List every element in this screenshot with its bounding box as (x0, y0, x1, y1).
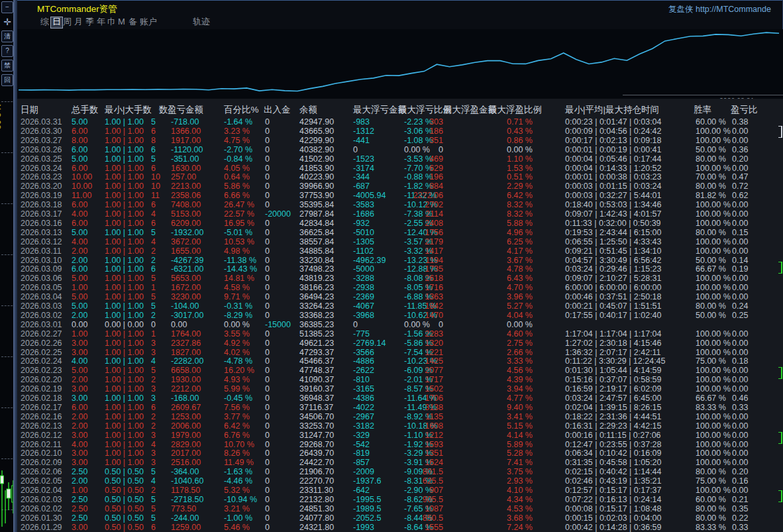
table-row[interactable]: 2026.03.022.001.00 | 1.002-3017.00-8.29 … (17, 311, 783, 321)
menu-item-7[interactable]: 巾 (106, 17, 117, 27)
table-row[interactable]: 2026.03.010.000.00 | 0.0000.000.00 %-150… (17, 321, 783, 330)
cell-总手数: 5.00 (72, 366, 87, 376)
table-row[interactable]: 2026.02.162.001.00 | 1.0021253.003.77 %0… (17, 413, 783, 422)
cell-余额: 35395.84 (299, 201, 334, 210)
brand-link[interactable]: 复盘侠 http://MTCommande (668, 4, 771, 15)
table-row[interactable]: 2026.03.2310.001.00 | 1.0010257.000.64 %… (17, 173, 783, 182)
table-row[interactable]: 2026.03.266.001.00 | 1.006-1120.00-2.70 … (17, 146, 783, 155)
table-row[interactable]: 2026.03.278.001.00 | 1.0081917.004.75 %0… (17, 136, 783, 146)
table-row[interactable]: 2026.03.051.001.00 | 1.0011672.004.58 %0… (17, 284, 783, 293)
table-row[interactable]: 2026.02.202.001.00 | 1.0021930.004.93 %0… (17, 376, 783, 385)
cell-数: 6 (151, 146, 156, 155)
table-row[interactable]: 2026.02.176.001.00 | 1.0062609.677.56 %0… (17, 403, 783, 413)
menu-item-9[interactable]: 备 (127, 17, 138, 27)
cell-最小|平均|最大持仓时间: 0:11:33 | 0:32:00 | 0:50:39 (565, 219, 661, 229)
cell-总手数: 2.00 (72, 247, 87, 256)
cell-盈亏比: 0.16 (732, 477, 748, 486)
table-row[interactable]: 2026.03.315.001.00 | 1.005-718.00-1.64 %… (17, 118, 783, 127)
cell-数: 5 (151, 505, 156, 514)
table-row[interactable]: 2026.02.093.001.00 | 1.0032516.0011.49 %… (17, 458, 783, 468)
table-row[interactable]: 2026.01.293.000.50 | 0.5061259.005.46 %0… (17, 523, 783, 532)
cell-出入金: 0 (265, 284, 270, 293)
table-row[interactable]: 2026.02.244.001.00 | 1.004-2282.00-4.78 … (17, 357, 783, 366)
table-row[interactable]: 2026.03.096.001.00 | 1.006-6321.00-14.43… (17, 265, 783, 274)
table-row[interactable]: 2026.03.124.001.00 | 1.0043672.0010.53 %… (17, 238, 783, 247)
restore-icon[interactable]: 回 (1, 74, 13, 86)
menu-item-10[interactable]: 账户 (138, 17, 158, 27)
table-row[interactable]: 2026.03.135.001.00 | 1.005-1932.00-5.01 … (17, 229, 783, 238)
table-row[interactable]: 2026.03.065.001.00 | 1.0055653.0014.81 %… (17, 274, 783, 284)
table-row[interactable]: 2026.02.041.000.50 | 0.5021178.505.32 %0… (17, 486, 783, 496)
table-row[interactable]: 2026.02.022.500.50 | 0.505773.503.21 %02… (17, 505, 783, 514)
menu-item-5[interactable]: 季 (84, 17, 95, 27)
table-row[interactable]: 2026.01.302.500.50 | 0.505-244.00-1.00 %… (17, 514, 783, 523)
disable-icon[interactable]: 禁 (1, 60, 13, 72)
cell-出入金: 0 (265, 182, 270, 191)
table-row[interactable]: 2026.03.035.001.00 | 1.005-104.00-0.31 %… (17, 302, 783, 311)
cell-总手数: 4.00 (72, 441, 87, 450)
cell-最大浮盈比例: 4.53 % (507, 505, 533, 514)
table-row[interactable]: 2026.03.102.001.00 | 1.002-4267.39-11.38… (17, 256, 783, 266)
cell-余额: 26439.70 (299, 449, 334, 458)
cell-百分比%: 4.75 % (224, 136, 250, 146)
table-row[interactable]: 2026.02.263.001.00 | 1.0032327.864.92 %0… (17, 339, 783, 348)
table-row[interactable]: 2026.03.255.001.00 | 1.005-351.00-0.84 %… (17, 155, 783, 164)
cell-胜率: 100.00 % (696, 413, 731, 422)
table-row[interactable]: 2026.02.052.000.50 | 0.504-1040.60-4.46 … (17, 477, 783, 486)
cell-最小|平均|最大持仓时间: 0:16:59 | 2:19:17 | 6:02:09 (565, 385, 662, 394)
cell-最大浮盈比例: 8.32 % (507, 201, 533, 210)
cell-盈亏金额: 2006.00 (171, 422, 201, 431)
table-row[interactable]: 2026.03.174.001.00 | 1.0045153.0022.57 %… (17, 210, 783, 219)
table-row[interactable]: 2026.02.271.001.00 | 1.0011764.003.55 %0… (17, 330, 783, 339)
cell-最大浮盈比例: 4.14 % (507, 431, 533, 441)
table-row[interactable]: 2026.02.132.001.00 | 1.0022006.006.42 %0… (17, 422, 783, 431)
cell-最小|大手数: 0.50 | 0.50 (105, 523, 144, 532)
cell-最大浮盈比例: 5.27 % (507, 302, 533, 311)
cell-日期: 2026.03.31 (21, 118, 62, 127)
menu-item-6[interactable]: 年 (95, 17, 107, 27)
table-row[interactable]: 2026.02.103.001.00 | 1.0032017.008.26 %0… (17, 449, 783, 458)
cell-胜率: 100.00 % (696, 458, 731, 468)
table-row[interactable]: 2026.03.112.001.00 | 1.0021655.004.98 %0… (17, 247, 783, 256)
column-header-14: 胜率 (694, 104, 711, 116)
cell-盈亏金额: 1259.00 (171, 523, 201, 532)
menu-item-1[interactable]: 综 (39, 17, 50, 27)
column-header-1: 日期 (21, 104, 38, 116)
clear-icon[interactable]: 清 (1, 30, 13, 42)
table-row[interactable]: 2026.02.123.001.00 | 1.0031979.006.76 %0… (17, 431, 783, 441)
table-row[interactable]: 2026.02.193.001.00 | 1.0032212.005.99 %0… (17, 385, 783, 394)
cell-最大浮亏金额: -2938 (353, 284, 374, 293)
table-row[interactable]: 2026.03.246.001.00 | 1.0061630.004.05 %0… (17, 164, 783, 174)
table-row[interactable]: 2026.03.045.001.00 | 1.0053230.009.71 %0… (17, 293, 783, 302)
table-row[interactable]: 2026.03.186.001.00 | 1.0067408.0026.47 %… (17, 201, 783, 210)
cell-余额: 24321.80 (299, 523, 334, 532)
table-row[interactable]: 2026.03.2010.001.00 | 1.00102213.005.86 … (17, 182, 783, 191)
move-icon[interactable]: ✛ (1, 16, 13, 28)
cell-余额: 42947.90 (299, 118, 334, 127)
table-row[interactable]: 2026.02.183.001.00 | 1.003-168.00-0.45 %… (17, 394, 783, 403)
table-row[interactable]: 2026.02.235.001.00 | 1.0056658.0016.20 %… (17, 366, 783, 376)
table-row[interactable]: 2026.02.032.500.50 | 0.505-2718.50-10.94… (17, 496, 783, 505)
cell-日期: 2026.03.02 (21, 311, 62, 321)
menu-item-8[interactable]: M (117, 17, 127, 27)
table-row[interactable]: 2026.02.062.500.50 | 0.505-364.00-1.63 %… (17, 468, 783, 477)
cell-盈亏金额: -6321.00 (171, 265, 203, 274)
help-icon[interactable]: ? (1, 45, 13, 57)
cell-百分比%: 4.02 % (224, 348, 250, 358)
cell-最大浮盈金额: 0 (409, 321, 443, 330)
cell-日期: 2026.02.23 (21, 366, 62, 376)
cell-最小|平均|最大持仓时间: 0:02:04 | 1:39:15 | 8:26:15 (565, 403, 662, 413)
menu-bar: 综日周月季年巾M备账户轨迹 (17, 15, 782, 29)
table-row[interactable]: 2026.02.114.001.00 | 1.0042829.0010.70 %… (17, 441, 783, 450)
menu-item-3[interactable]: 周 (62, 17, 73, 27)
table-row[interactable]: 2026.03.306.001.00 | 1.0061366.003.23 %0… (17, 127, 783, 136)
table-row[interactable]: 2026.03.166.001.00 | 1.0066209.0016.95 %… (17, 219, 783, 229)
menu-item-11[interactable]: 轨迹 (191, 17, 211, 27)
cell-最大浮盈比例: 7.24 % (507, 523, 533, 532)
table-row[interactable]: 2026.02.253.001.00 | 1.0031827.004.02 %0… (17, 348, 783, 358)
menu-item-4[interactable]: 月 (73, 17, 84, 27)
table-row[interactable]: 2026.03.1911.001.00 | 1.00112358.066.66 … (17, 191, 783, 201)
cell-余额: 39160.37 (299, 385, 334, 394)
cell-盈亏金额: -351.00 (171, 155, 199, 164)
minimize-icon[interactable]: − (1, 1, 13, 13)
